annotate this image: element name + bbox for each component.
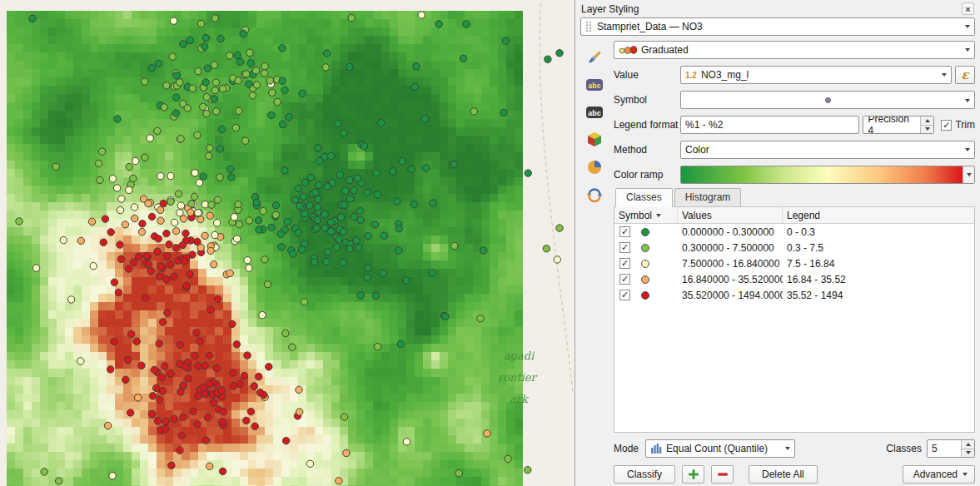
class-row[interactable]: ✓7.500000 - 16.8400007.5 - 16.84 [614,255,974,271]
add-class-button[interactable] [682,465,704,484]
3d-view-icon[interactable] [584,128,606,151]
masks-icon[interactable]: abc [584,101,606,123]
legend-format-value: %1 - %2 [685,119,723,131]
class-row[interactable]: ✓16.840000 - 35.52000016.84 - 35.52 [614,271,974,287]
method-row: Method Color [614,141,975,159]
panel-title: Layer Styling [581,3,639,15]
symbol-preview-dot [825,97,831,103]
class-symbol-swatch[interactable] [641,228,649,236]
quantile-mode-icon [650,443,662,454]
class-visibility-checkbox[interactable]: ✓ [619,290,630,300]
precision-spinbox[interactable]: Precision 4 [863,116,934,134]
graduated-icon [619,43,637,57]
classes-count-spinbox[interactable]: 5 [927,439,975,458]
actions-row: Classify Delete All Advanced [614,464,975,484]
classes-count-label: Classes [886,443,922,454]
mode-select[interactable]: Equal Count (Quantile) [645,439,795,458]
spin-down-button[interactable] [921,126,933,134]
drag-handle-icon [585,21,592,32]
class-legend[interactable]: 7.5 - 16.84 [783,258,974,270]
mode-label: Mode [614,443,639,454]
labels-icon[interactable]: abc [584,73,606,96]
class-symbol-swatch[interactable] [641,275,649,284]
header-symbol[interactable]: Symbol [614,207,678,223]
chevron-down-icon [965,99,970,102]
class-row[interactable]: ✓0.300000 - 7.5000000.3 - 7.5 [614,240,974,255]
renderer-select[interactable]: Graduated [614,41,975,59]
chevron-down-icon[interactable] [963,166,974,183]
mode-value: Equal Count (Quantile) [666,443,768,454]
class-symbol-swatch[interactable] [641,260,649,268]
header-legend[interactable]: Legend [783,207,974,223]
trim-checkbox[interactable]: ✓ [941,120,952,131]
header-values[interactable]: Values [678,207,783,223]
advanced-button[interactable]: Advanced [903,465,975,484]
class-legend[interactable]: 35.52 - 1494 [783,290,974,301]
diagrams-icon[interactable] [584,156,606,178]
class-visibility-checkbox[interactable]: ✓ [619,274,630,285]
svg-text:abc: abc [588,82,601,90]
class-values[interactable]: 7.500000 - 16.840000 [678,258,783,270]
method-label: Method [614,144,680,156]
color-ramp-preview [681,166,963,183]
class-values[interactable]: 0.300000 - 7.500000 [678,242,783,254]
value-field-name: NO3_mg_l [701,69,749,81]
symbol-row: Symbol [614,91,975,109]
symbol-button[interactable] [680,91,975,109]
chevron-down-icon [965,148,970,151]
classes-table: Symbol Values Legend ✓0.000000 - 0.30000… [614,206,975,433]
remove-class-button[interactable] [711,465,734,484]
class-legend[interactable]: 0 - 0.3 [783,226,974,238]
spin-up-button[interactable] [921,117,933,126]
chevron-down-icon [942,73,947,77]
decimal-field-icon: 1.2 [685,71,697,80]
map-place-label: ark [510,393,528,405]
map-raster [0,0,575,486]
symbol-label: Symbol [614,94,680,106]
tab-classes[interactable]: Classes [615,188,673,207]
panel-title-bar: Layer Styling × [575,0,980,16]
legend-format-input[interactable]: %1 - %2 [680,116,859,134]
class-values[interactable]: 0.000000 - 0.300000 [678,226,783,238]
class-legend[interactable]: 16.84 - 35.52 [783,274,974,285]
epsilon-icon: ε [961,67,968,82]
color-ramp-button[interactable] [680,166,975,184]
layer-styling-panel: Layer Styling × Stampriet_Data — NO3 [575,0,980,486]
class-symbol-swatch[interactable] [641,244,649,252]
map-canvas-wrap[interactable]: agadirontierark [0,0,575,486]
spin-down-button[interactable] [962,449,974,458]
chevron-down-icon [965,48,970,52]
symbology-icon[interactable] [584,46,606,68]
tab-histogram[interactable]: Histogram [674,188,742,206]
classify-button[interactable]: Classify [614,465,675,484]
history-icon[interactable] [584,183,606,206]
layer-selector[interactable]: Stampriet_Data — NO3 [580,17,975,36]
color-ramp-row: Color ramp [614,166,975,184]
sort-indicator-icon [656,214,661,217]
renderer-value: Graduated [641,44,689,56]
class-symbol-swatch[interactable] [641,291,649,300]
value-field-select[interactable]: 1.2 NO3_mg_l [680,66,952,84]
spin-up-button[interactable] [962,440,974,449]
class-visibility-checkbox[interactable]: ✓ [619,226,630,237]
chevron-down-icon [785,447,790,450]
chevron-down-icon [965,25,970,28]
classes-count-value: 5 [928,440,961,457]
class-values[interactable]: 16.840000 - 35.520000 [678,274,783,285]
mode-row: Mode Equal Count (Quantile) Classes [614,439,975,459]
classes-histogram-tabs: ClassesHistogram [614,188,975,206]
close-icon[interactable]: × [962,2,974,15]
method-select[interactable]: Color [680,141,975,159]
value-label: Value [614,69,680,81]
class-row[interactable]: ✓35.520000 - 1494.00000035.52 - 1494 [614,287,974,303]
expression-builder-button[interactable]: ε [955,66,975,84]
class-row[interactable]: ✓0.000000 - 0.3000000 - 0.3 [614,224,974,240]
class-visibility-checkbox[interactable]: ✓ [619,258,630,269]
class-values[interactable]: 35.520000 - 1494.000000 [678,290,783,301]
class-legend[interactable]: 0.3 - 7.5 [783,242,974,254]
delete-all-button[interactable]: Delete All [749,465,818,484]
map-place-label: agadi [504,350,534,362]
legend-format-label: Legend format [614,119,680,131]
class-visibility-checkbox[interactable]: ✓ [619,242,630,253]
trim-label: Trim [955,119,975,131]
